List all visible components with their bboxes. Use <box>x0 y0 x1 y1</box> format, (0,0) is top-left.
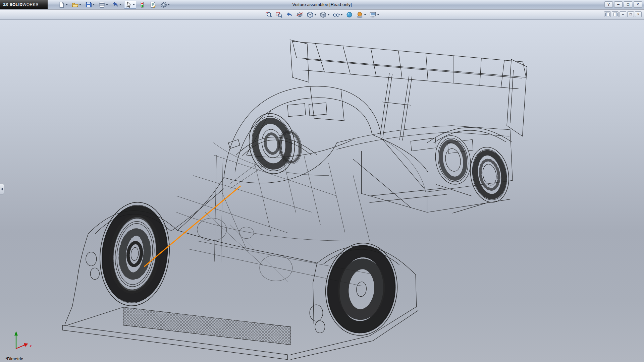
pane-left-icon <box>605 12 610 17</box>
options-button[interactable] <box>159 1 171 9</box>
chevron-left-icon <box>1 188 3 190</box>
heads-up-row: – □ × <box>0 10 644 20</box>
file-properties-icon <box>150 1 156 8</box>
panel-collapse-tab[interactable] <box>0 184 4 194</box>
x-axis <box>16 345 25 349</box>
view-settings-button[interactable] <box>369 10 380 19</box>
zoom-to-fit-icon <box>265 11 272 18</box>
rear-right-wheels <box>427 127 513 213</box>
save-button[interactable] <box>84 1 96 9</box>
print-icon <box>99 1 105 8</box>
pane-right-button[interactable] <box>612 11 619 17</box>
undo-button[interactable] <box>111 1 123 9</box>
brand-text: SOLIDWORKS <box>10 2 39 7</box>
edit-appearance-icon <box>346 11 353 18</box>
zoom-to-fit-button[interactable] <box>264 10 273 19</box>
section-view-icon <box>296 11 304 18</box>
chevron-down-icon <box>328 14 330 15</box>
view-orientation-icon <box>307 11 314 18</box>
display-style-icon <box>320 11 327 18</box>
new-document-icon <box>58 1 65 8</box>
doc-minimize-button[interactable]: – <box>620 11 626 17</box>
document-window-controls: – □ × <box>604 11 642 17</box>
help-button[interactable]: ? <box>604 1 613 8</box>
engine-bay <box>337 126 513 213</box>
titlebar: 3S SOLIDWORKS <box>0 0 644 9</box>
print-button[interactable] <box>97 1 109 9</box>
rear-wing <box>290 40 527 140</box>
pane-right-icon <box>613 12 618 17</box>
section-view-button[interactable] <box>296 10 304 19</box>
chevron-down-icon <box>168 4 170 5</box>
doc-restore-button[interactable]: □ <box>627 11 634 17</box>
options-icon <box>160 1 167 8</box>
chevron-down-icon <box>119 4 121 5</box>
cockpit <box>224 86 381 183</box>
chevron-down-icon <box>66 4 68 5</box>
view-orientation-label: *Dimetric <box>5 356 23 361</box>
hide-show-items-icon <box>333 11 340 18</box>
doc-close-button[interactable]: × <box>635 11 642 17</box>
chevron-down-icon <box>315 14 317 15</box>
chevron-down-icon <box>364 14 366 15</box>
main-toolbar <box>48 1 171 9</box>
chevron-down-icon <box>377 14 379 15</box>
open-icon <box>72 1 78 8</box>
pane-left-button[interactable] <box>604 11 611 17</box>
stoplight-button[interactable] <box>138 1 147 9</box>
apply-scene-icon <box>356 11 364 18</box>
display-style-button[interactable] <box>319 10 330 19</box>
3ds-logo-icon: 3S <box>3 2 8 7</box>
minimize-button[interactable]: – <box>614 1 623 8</box>
previous-view-button[interactable] <box>285 10 294 19</box>
solidworks-window: 3S SOLIDWORKS <box>0 0 644 362</box>
view-settings-icon <box>369 11 377 18</box>
previous-view-icon <box>286 11 293 18</box>
hide-show-items-button[interactable] <box>332 10 343 19</box>
car-wireframe <box>0 20 644 362</box>
chevron-down-icon <box>133 4 135 5</box>
x-axis-label: x <box>29 343 32 348</box>
select-button[interactable] <box>124 1 136 9</box>
y-axis-arrowhead <box>14 331 18 336</box>
restore-button[interactable]: □ <box>624 1 632 8</box>
heads-up-toolbar <box>264 10 380 19</box>
rear-left-wheel <box>310 240 416 338</box>
front-grille-mesh <box>123 307 291 345</box>
view-orientation-button[interactable] <box>306 10 317 19</box>
chevron-down-icon <box>106 4 108 5</box>
close-button[interactable]: × <box>634 1 642 8</box>
open-button[interactable] <box>70 1 83 9</box>
apply-scene-button[interactable] <box>356 10 367 19</box>
select-cursor-icon <box>125 1 132 8</box>
reference-triad: x <box>6 328 38 355</box>
zoom-to-area-icon <box>275 11 283 18</box>
chevron-down-icon <box>93 4 95 5</box>
new-document-button[interactable] <box>57 1 69 9</box>
graphics-viewport[interactable]: x *Dimetric <box>0 20 644 362</box>
zoom-to-area-button[interactable] <box>275 10 283 19</box>
chevron-down-icon <box>79 4 81 5</box>
window-controls: ? – □ × <box>604 1 642 8</box>
front-left-wheel <box>95 199 174 309</box>
edit-appearance-button[interactable] <box>345 10 354 19</box>
save-icon <box>85 1 92 8</box>
chevron-down-icon <box>341 14 343 15</box>
front-right-wheel <box>236 111 317 177</box>
solidworks-logo: 3S SOLIDWORKS <box>0 0 48 9</box>
file-properties-button[interactable] <box>148 1 158 9</box>
undo-icon <box>112 1 119 8</box>
stoplight-icon <box>139 1 146 8</box>
